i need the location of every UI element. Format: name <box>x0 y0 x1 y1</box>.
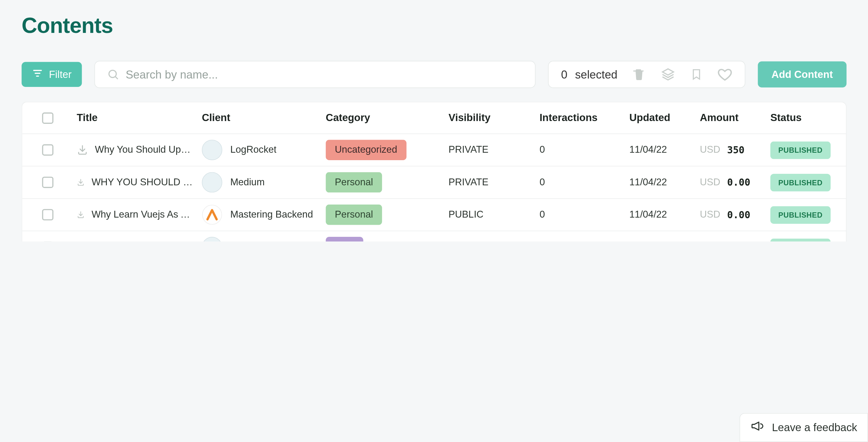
trash-icon[interactable] <box>632 68 646 81</box>
col-amount[interactable]: Amount <box>695 112 766 124</box>
row-title: Why Learn Vuejs As A B... <box>92 209 193 220</box>
col-status[interactable]: Status <box>766 112 846 124</box>
svg-marker-5 <box>662 69 674 75</box>
add-content-button[interactable]: Add Content <box>758 62 846 88</box>
col-client[interactable]: Client <box>197 112 321 124</box>
filter-label: Filter <box>49 69 71 80</box>
category-badge: Personal <box>326 172 382 193</box>
svg-point-3 <box>109 70 116 77</box>
svg-line-4 <box>116 77 118 79</box>
row-title: WHY YOU SHOULD STO... <box>92 177 193 188</box>
table-row[interactable]: Why And When To Use... LogRocket Paid PU… <box>22 231 846 241</box>
visibility: PUBLIC <box>448 209 484 220</box>
select-all-checkbox[interactable] <box>42 112 54 124</box>
visibility: PRIVATE <box>448 177 489 188</box>
amount: 0.00 <box>727 209 750 220</box>
col-updated[interactable]: Updated <box>625 112 695 124</box>
contents-table: Title Client Category Visibility Interac… <box>22 102 846 241</box>
visibility: PRIVATE <box>448 144 489 156</box>
search-input[interactable] <box>94 61 535 88</box>
col-title[interactable]: Title <box>72 112 197 124</box>
bookmark-icon[interactable] <box>690 67 703 82</box>
client-name: Mastering Backend <box>230 209 313 220</box>
interactions: 0 <box>539 177 545 188</box>
amount: 0.00 <box>727 177 750 188</box>
stack-icon[interactable] <box>660 67 675 82</box>
filter-button[interactable]: Filter <box>22 62 82 87</box>
download-icon[interactable] <box>77 144 88 156</box>
col-category[interactable]: Category <box>321 112 444 124</box>
svg-point-6 <box>202 205 221 225</box>
row-title: Why You Should Upgra... <box>95 144 193 156</box>
row-checkbox[interactable] <box>42 177 54 188</box>
status-badge: PUBLISHED <box>770 206 831 224</box>
selected-suffix: selected <box>575 68 617 80</box>
currency: USD <box>700 144 720 156</box>
filter-icon <box>32 67 43 81</box>
amount: 350 <box>727 144 744 156</box>
updated: 11/04/22 <box>629 209 667 220</box>
client-avatar <box>202 172 222 193</box>
add-content-label: Add Content <box>771 69 833 80</box>
status-badge: PUBLISHED <box>770 173 831 191</box>
interactions: 0 <box>539 144 545 156</box>
row-checkbox[interactable] <box>42 209 54 220</box>
table-row[interactable]: Why You Should Upgra... LogRocket Uncate… <box>22 134 846 166</box>
row-checkbox[interactable] <box>42 144 54 156</box>
client-name: LogRocket <box>230 144 277 156</box>
currency: USD <box>700 209 720 220</box>
currency: USD <box>700 177 720 188</box>
category-badge: Uncategorized <box>326 140 406 160</box>
interactions: 0 <box>539 209 545 220</box>
category-badge: Personal <box>326 205 382 225</box>
client-avatar <box>202 140 222 160</box>
download-icon[interactable] <box>77 178 85 186</box>
table-row[interactable]: WHY YOU SHOULD STO... Medium Personal PR… <box>22 166 846 199</box>
table-row[interactable]: Why Learn Vuejs As A B... Mastering Back… <box>22 199 846 231</box>
status-badge: PUBLISHED <box>770 141 831 159</box>
col-visibility[interactable]: Visibility <box>444 112 535 124</box>
heart-icon[interactable] <box>717 67 732 82</box>
col-interactions[interactable]: Interactions <box>535 112 625 124</box>
updated: 11/04/22 <box>629 177 667 188</box>
table-header: Title Client Category Visibility Interac… <box>22 102 846 134</box>
client-avatar <box>202 237 222 241</box>
updated: 11/04/22 <box>629 144 667 156</box>
download-icon[interactable] <box>77 211 85 219</box>
selected-count: 0 <box>561 68 567 80</box>
category-badge: Paid <box>326 237 364 241</box>
selection-box: 0 selected <box>548 61 745 88</box>
client-name: Medium <box>230 177 265 188</box>
client-avatar <box>202 205 222 225</box>
status-badge: PUBLISHED <box>770 238 831 241</box>
page-title: Contents <box>22 14 846 38</box>
